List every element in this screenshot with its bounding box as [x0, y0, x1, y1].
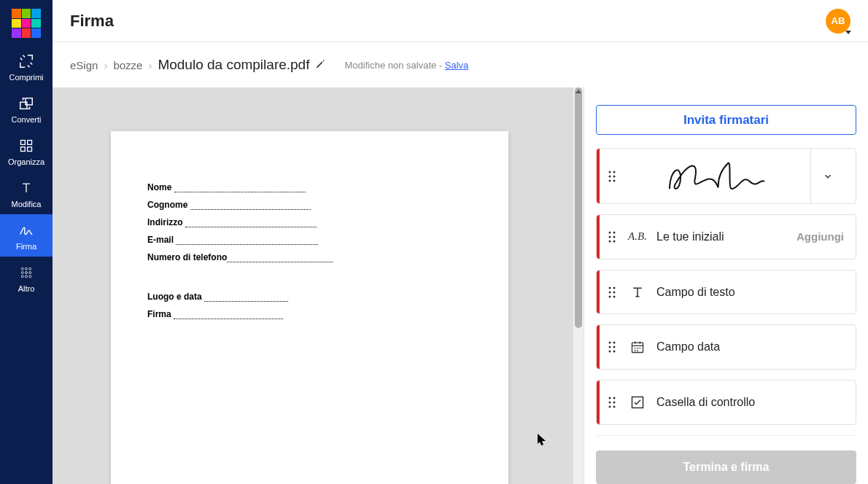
nav-label: Organizza: [8, 157, 44, 166]
svg-point-28: [613, 286, 616, 289]
nav-label: Altro: [18, 284, 35, 293]
svg-point-26: [613, 240, 616, 242]
svg-point-15: [609, 171, 611, 173]
svg-point-40: [609, 397, 611, 399]
svg-point-21: [609, 231, 611, 233]
crumb-esign[interactable]: eSign: [70, 59, 98, 71]
svg-point-6: [21, 268, 23, 270]
nav-compress[interactable]: Comprimi: [0, 45, 53, 87]
cursor-icon: [538, 434, 548, 447]
save-link[interactable]: Salva: [445, 60, 469, 71]
svg-point-45: [613, 406, 616, 408]
svg-point-32: [613, 295, 616, 297]
form-label-firma: Firma: [147, 309, 171, 319]
svg-point-19: [609, 179, 611, 182]
svg-point-23: [609, 235, 611, 238]
tool-label: Le tue iniziali: [652, 230, 797, 243]
svg-point-27: [609, 286, 611, 289]
svg-point-30: [613, 291, 616, 293]
drag-handle-icon[interactable]: [597, 171, 623, 182]
svg-point-24: [613, 235, 616, 238]
form-label-email: E-mail: [147, 235, 174, 245]
tool-label: Campo data: [652, 340, 844, 354]
nav-sign[interactable]: Firma: [0, 214, 53, 257]
form-label-telefono: Numero di telefono: [147, 252, 227, 262]
page-title: Firma: [70, 12, 114, 31]
svg-rect-2: [21, 141, 26, 145]
svg-rect-5: [28, 147, 32, 152]
app-logo[interactable]: [12, 9, 41, 38]
nav-convert[interactable]: Converti: [0, 87, 53, 130]
svg-point-20: [613, 179, 616, 182]
nav-label: Modifica: [12, 200, 42, 208]
text-icon: [623, 285, 652, 300]
chevron-right-icon: ›: [104, 59, 107, 71]
tool-label: Casella di controllo: [652, 396, 844, 409]
nav-more[interactable]: Altro: [0, 257, 53, 299]
signing-panel: Invita firmatari A.B.: [584, 87, 868, 484]
sidebar: Comprimi Converti Organizza Modifica Fir: [0, 0, 53, 484]
nav-organize[interactable]: Organizza: [0, 130, 53, 172]
nav-edit[interactable]: Modifica: [0, 172, 53, 214]
crumb-filename: Modulo da compilare.pdf: [158, 57, 309, 73]
svg-point-12: [21, 276, 23, 278]
svg-point-38: [613, 351, 616, 353]
checkbox-icon: [623, 395, 652, 410]
svg-point-35: [609, 346, 611, 348]
expand-signature-button[interactable]: [810, 149, 844, 203]
svg-point-8: [29, 268, 31, 270]
svg-rect-3: [28, 141, 32, 145]
invite-signers-button[interactable]: Invita firmatari: [596, 105, 856, 135]
tool-label: Campo di testo: [652, 286, 844, 299]
text-field-tool[interactable]: Campo di testo: [596, 270, 856, 315]
svg-point-34: [613, 342, 616, 344]
svg-point-10: [26, 272, 28, 274]
nav-label: Comprimi: [9, 73, 43, 82]
initials-tool[interactable]: A.B. Le tue iniziali Aggiungi: [596, 214, 856, 259]
nav-label: Converti: [12, 115, 42, 124]
svg-point-18: [613, 175, 616, 177]
svg-point-44: [609, 406, 611, 408]
svg-point-41: [613, 397, 616, 399]
signature-tool[interactable]: [596, 148, 856, 204]
scrollbar[interactable]: [573, 87, 584, 484]
signature-preview: [623, 156, 810, 197]
svg-point-36: [613, 346, 616, 348]
finish-sign-button[interactable]: Termina e firma: [596, 450, 856, 484]
svg-point-43: [613, 402, 616, 404]
compress-icon: [18, 52, 35, 70]
breadcrumb-row: eSign › bozze › Modulo da compilare.pdf …: [53, 42, 868, 87]
svg-point-33: [609, 342, 611, 344]
form-label-nome: Nome: [147, 182, 171, 192]
svg-point-37: [609, 351, 611, 353]
user-avatar[interactable]: AB: [826, 9, 850, 34]
form-label-luogo: Luogo e data: [147, 292, 202, 302]
drag-handle-icon[interactable]: [597, 341, 623, 353]
date-field-tool[interactable]: Campo data: [596, 324, 856, 370]
svg-point-7: [26, 268, 28, 270]
svg-point-17: [609, 175, 611, 177]
breadcrumb: eSign › bozze › Modulo da compilare.pdf: [70, 57, 325, 73]
pencil-icon[interactable]: [315, 59, 325, 71]
document-canvas[interactable]: Nome Cognome Indirizzo E-mail Numero di …: [53, 87, 584, 484]
signature-icon: [18, 222, 35, 239]
pdf-page[interactable]: Nome Cognome Indirizzo E-mail Numero di …: [111, 131, 508, 484]
form-label-cognome: Cognome: [147, 200, 187, 210]
drag-handle-icon[interactable]: [597, 397, 623, 408]
header: Firma AB: [53, 0, 868, 42]
drag-handle-icon[interactable]: [597, 286, 623, 298]
svg-point-22: [613, 231, 616, 233]
checkbox-tool[interactable]: Casella di controllo: [596, 380, 856, 425]
svg-point-9: [21, 272, 23, 274]
initials-icon: A.B.: [623, 230, 652, 243]
svg-point-11: [29, 272, 31, 274]
drag-handle-icon[interactable]: [597, 231, 623, 243]
add-initials-button[interactable]: Aggiungi: [797, 230, 844, 243]
crumb-drafts[interactable]: bozze: [113, 59, 142, 71]
text-icon: [18, 179, 35, 197]
chevron-right-icon: ›: [148, 59, 152, 71]
svg-point-31: [609, 295, 611, 297]
svg-point-13: [26, 276, 28, 278]
svg-point-25: [609, 240, 611, 242]
grid-icon: [18, 264, 35, 281]
